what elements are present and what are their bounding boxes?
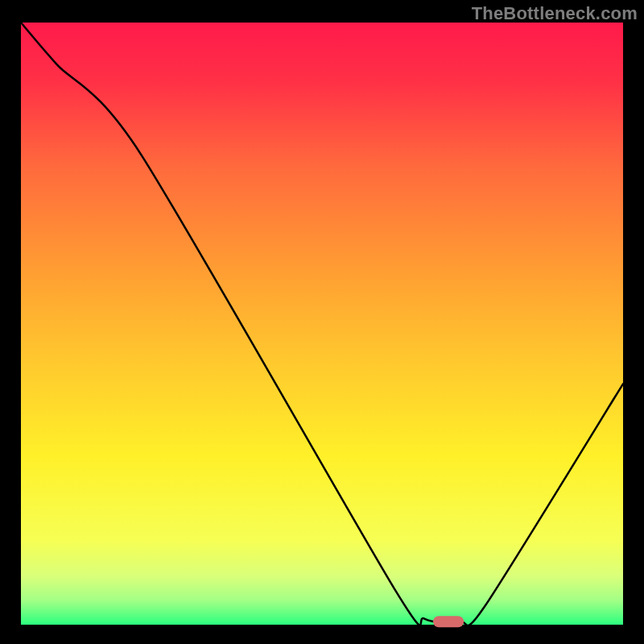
chart-container: { "watermark": "TheBottleneck.com", "cha… (0, 0, 644, 644)
watermark-text: TheBottleneck.com (472, 3, 638, 24)
optimum-marker (433, 616, 464, 627)
bottleneck-chart-svg (0, 0, 644, 644)
